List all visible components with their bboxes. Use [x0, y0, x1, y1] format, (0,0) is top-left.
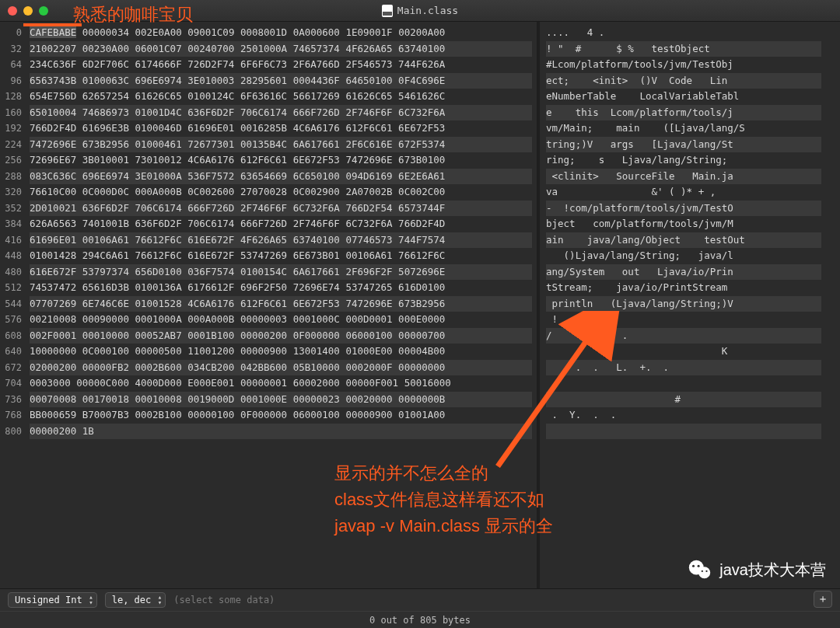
ascii-row[interactable]: [546, 424, 821, 440]
hex-row[interactable]: 2D010021 636F6D2F 706C6174 666F726D 2F74…: [30, 201, 532, 217]
offset-label: 800: [0, 424, 25, 440]
hex-row[interactable]: 616E672F 53797374 656D0100 036F7574 0100…: [30, 264, 532, 281]
offset-label: 288: [0, 169, 25, 185]
ascii-row[interactable]: <clinit> SourceFile Main.ja: [546, 169, 821, 185]
offset-label: 0: [0, 25, 25, 41]
ascii-row[interactable]: - !com/platform/tools/jvm/TestO: [546, 201, 821, 217]
offset-label: 704: [0, 375, 25, 392]
offset-label: 160: [0, 105, 25, 121]
hex-row[interactable]: 21002207 00230A00 06001C07 00240700 2501…: [30, 41, 532, 58]
ascii-row[interactable]: tStream; java/io/PrintStream: [546, 280, 821, 296]
offset-label: 128: [0, 89, 25, 105]
status-bar: Unsigned Int▴▾ le, dec▴▾ (select some da…: [0, 588, 840, 628]
wechat-icon: [687, 556, 713, 583]
plus-icon: ＋: [817, 592, 828, 606]
annotation-body: 显示的并不怎么全的 class文件信息这样看还不如 javap -v Main.…: [334, 460, 553, 539]
ascii-row[interactable]: eNumberTable LocalVariableTabl: [546, 89, 821, 105]
hex-row[interactable]: 74537472 65616D3B 0100136A 6176612F 696F…: [30, 280, 532, 296]
hex-row[interactable]: 002F0001 00010000 00052AB7 0001B100 0000…: [30, 328, 532, 344]
scrollbar-gutter[interactable]: [828, 22, 840, 589]
ascii-row[interactable]: #Lcom/platform/tools/jvm/TestObj: [546, 57, 821, 73]
ascii-row[interactable]: ect; <init> ()V Code Lin: [546, 73, 821, 89]
status-bytes: 0 out of 805 bytes: [369, 615, 471, 626]
svg-point-5: [702, 570, 703, 572]
endianness-dropdown[interactable]: le, dec▴▾: [105, 592, 166, 608]
offset-label: 384: [0, 216, 25, 232]
hex-row[interactable]: 626A6563 7401001B 636F6D2F 706C6174 666F…: [30, 216, 532, 232]
offset-label: 448: [0, 248, 25, 264]
ascii-row[interactable]: [546, 375, 821, 392]
hex-row[interactable]: 61696E01 00106A61 76612F6C 616E672F 4F62…: [30, 232, 532, 249]
ascii-row[interactable]: #: [546, 392, 821, 408]
offset-label: 640: [0, 344, 25, 360]
offset-label: 192: [0, 120, 25, 137]
hex-row[interactable]: 00210008 00090000 0001000A 000A000B 0000…: [30, 312, 532, 328]
offset-label: 512: [0, 280, 25, 296]
ascii-row[interactable]: e this Lcom/platform/tools/j: [546, 105, 821, 121]
ascii-row[interactable]: !: [546, 312, 821, 328]
svg-point-3: [692, 565, 695, 567]
hex-row[interactable]: CAFEBABE 00000034 002E0A00 09001C09 0008…: [30, 25, 532, 41]
ascii-row[interactable]: vm/Main; main ([Ljava/lang/S: [546, 120, 821, 137]
hex-row[interactable]: 76610C00 0C000D0C 000A000B 0C002600 2707…: [30, 184, 532, 201]
annotation-top-underline: [23, 23, 82, 26]
offset-label: 416: [0, 232, 25, 249]
zoom-window-button[interactable]: [39, 6, 48, 16]
format-dropdown[interactable]: Unsigned Int▴▾: [8, 592, 97, 608]
ascii-row[interactable]: println (Ljava/lang/String;)V: [546, 296, 821, 312]
hex-row[interactable]: 766D2F4D 61696E3B 0100046D 61696E01 0016…: [30, 120, 532, 137]
hex-row[interactable]: 234C636F 6D2F706C 6174666F 726D2F74 6F6F…: [30, 57, 532, 73]
offset-label: 352: [0, 201, 25, 217]
ascii-row[interactable]: bject com/platform/tools/jvm/M: [546, 216, 821, 232]
ascii-row[interactable]: K: [546, 344, 821, 360]
hex-row[interactable]: 0003000 00000C000 4000D000 E000E001 0000…: [30, 375, 532, 392]
ascii-row[interactable]: .... 4 .: [546, 25, 821, 41]
offset-label: 608: [0, 328, 25, 344]
offset-label: 320: [0, 184, 25, 201]
hex-row[interactable]: BB000659 B70007B3 0002B100 00000100 0F00…: [30, 407, 532, 424]
watermark-text: java技术大本营: [719, 560, 826, 581]
offset-label: 480: [0, 264, 25, 281]
hex-row[interactable]: 10000000 0C000100 00000500 11001200 0000…: [30, 344, 532, 360]
offset-label: 768: [0, 407, 25, 424]
ascii-row[interactable]: ring; s Ljava/lang/String;: [546, 152, 821, 169]
offset-label: 544: [0, 296, 25, 312]
ascii-row[interactable]: tring;)V args [Ljava/lang/St: [546, 137, 821, 153]
offset-label: 736: [0, 392, 25, 408]
svg-point-2: [698, 567, 710, 578]
minimize-window-button[interactable]: [23, 6, 33, 16]
offset-label: 576: [0, 312, 25, 328]
ascii-row[interactable]: ! " # $ % testObject: [546, 41, 821, 58]
ascii-row[interactable]: . Y. . .: [546, 407, 821, 424]
selection-hint: (select some data): [173, 595, 275, 605]
hex-row[interactable]: 00070008 00170018 00010008 0019000D 0001…: [30, 392, 532, 408]
hex-row[interactable]: 07707269 6E746C6E 01001528 4C6A6176 612F…: [30, 296, 532, 312]
svg-point-6: [706, 570, 708, 572]
ascii-row[interactable]: ()Ljava/lang/String; java/l: [546, 248, 821, 264]
hex-row[interactable]: 72696E67 3B010001 73010012 4C6A6176 612F…: [30, 152, 532, 169]
hex-row[interactable]: 654E756D 62657254 61626C65 0100124C 6F63…: [30, 89, 532, 105]
hex-row[interactable]: 02000200 00000FB2 0002B600 034CB200 042B…: [30, 360, 532, 376]
window-title: Main.class: [397, 5, 458, 16]
add-button[interactable]: ＋: [814, 591, 832, 608]
file-icon: [382, 5, 393, 17]
ascii-row[interactable]: ain java/lang/Object testOut: [546, 232, 821, 249]
offset-label: 32: [0, 41, 25, 58]
hex-row[interactable]: 65010004 74686973 01001D4C 636F6D2F 706C…: [30, 105, 532, 121]
hex-row[interactable]: 6563743B 0100063C 696E6974 3E010003 2829…: [30, 73, 532, 89]
annotation-top: 熟悉的咖啡宝贝: [73, 3, 193, 26]
offset-label: 672: [0, 360, 25, 376]
svg-point-4: [698, 565, 700, 567]
close-window-button[interactable]: [8, 6, 17, 16]
ascii-row[interactable]: . . L. +. .: [546, 360, 821, 376]
ascii-row[interactable]: / *. .: [546, 328, 821, 344]
hex-row[interactable]: 00000200 1B: [30, 424, 532, 440]
ascii-pane[interactable]: .... 4 .! " # $ % testObject#Lcom/platfo…: [540, 22, 828, 589]
offset-gutter: 0326496128160192224256288320352384416448…: [0, 22, 25, 589]
ascii-row[interactable]: va &' ( )* + ,: [546, 184, 821, 201]
offset-label: 256: [0, 152, 25, 169]
hex-row[interactable]: 7472696E 673B2956 01000461 72677301 0013…: [30, 137, 532, 153]
hex-row[interactable]: 01001428 294C6A61 76612F6C 616E672F 5374…: [30, 248, 532, 264]
hex-row[interactable]: 083C636C 696E6974 3E01000A 536F7572 6365…: [30, 169, 532, 185]
ascii-row[interactable]: ang/System out Ljava/io/Prin: [546, 264, 821, 281]
